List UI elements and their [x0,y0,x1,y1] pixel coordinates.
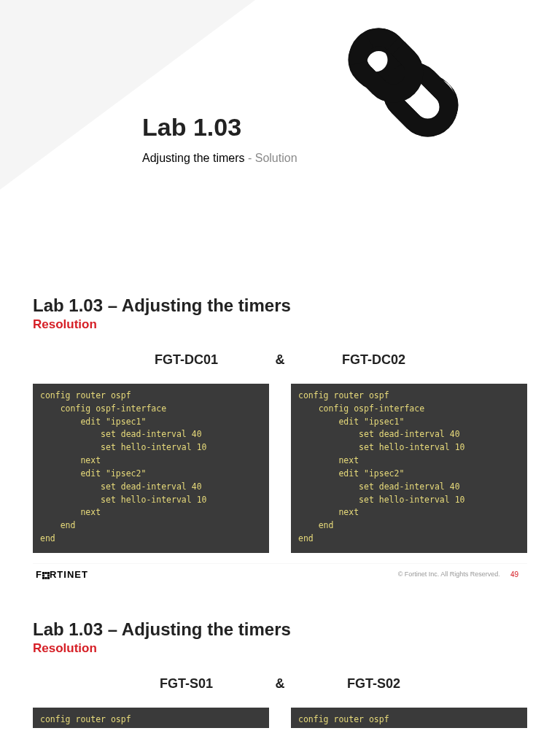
slide-heading: Lab 1.03 – Adjusting the timers [33,619,527,640]
svg-rect-10 [42,577,44,579]
code-block-dc01: config router ospf config ospf-interface… [33,384,269,553]
svg-rect-7 [47,572,50,574]
slide-dc: Lab 1.03 – Adjusting the timers Resoluti… [0,277,560,585]
slide-heading: Lab 1.03 – Adjusting the timers [33,295,527,316]
host-row: FGT-S01 & FGT-S02 [33,676,527,692]
host-row: FGT-DC01 & FGT-DC02 [33,352,527,368]
subtitle-main: Adjusting the timers [142,152,245,164]
code-block-dc02: config router ospf config ospf-interface… [291,384,527,553]
title-slide: Lab 1.03 Adjusting the timers - Solution [0,0,560,277]
lab-subtitle: Adjusting the timers - Solution [142,152,560,165]
logo-mark-icon [42,572,50,579]
svg-rect-5 [42,572,44,574]
host-right: FGT-DC02 [301,352,447,368]
subtitle-solution: - Solution [245,152,298,164]
host-left: FGT-S01 [114,676,260,692]
fortinet-logo: F RTINET [36,569,88,580]
code-row: config router ospf config router ospf [33,708,527,728]
logo-rtinet: RTINET [50,569,88,580]
code-block-s02: config router ospf [291,708,527,728]
resolution-label: Resolution [33,317,527,332]
host-left: FGT-DC01 [114,352,260,368]
svg-rect-8 [42,575,44,577]
copyright-text: © Fortinet Inc. All Rights Reserved. [398,570,500,578]
svg-rect-6 [44,572,47,574]
code-block-s01: config router ospf [33,708,269,728]
chain-link-icon [334,13,472,152]
svg-rect-12 [47,577,50,579]
ampersand: & [276,352,285,368]
svg-rect-9 [47,575,50,577]
code-row: config router ospf config ospf-interface… [33,384,527,553]
logo-f: F [36,569,42,580]
host-right: FGT-S02 [301,676,447,692]
ampersand: & [276,676,285,692]
slide-s: Lab 1.03 – Adjusting the timers Resoluti… [0,601,560,728]
svg-rect-11 [44,577,47,579]
slide-footer: F RTINET © Fortinet Inc. All Rights Rese… [33,563,527,585]
page-number: 49 [510,570,518,578]
resolution-label: Resolution [33,641,527,656]
